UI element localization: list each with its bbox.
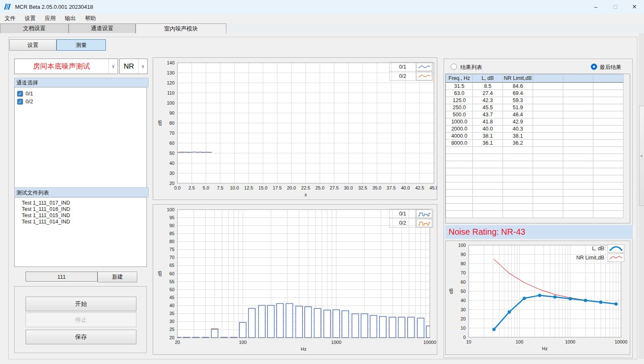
menu-item-3[interactable]: 应用 [40, 14, 60, 23]
file-list-item[interactable]: Test 1_111_015_IND [15, 213, 146, 219]
table-cell [563, 175, 593, 182]
svg-text:60: 60 [169, 271, 174, 276]
results-table[interactable]: Freq., HzL, dBNR Limit,dB 31.58.584.6 63… [446, 74, 623, 218]
table-cell [446, 175, 473, 182]
tab-strip: 文档设置通道设置室内噪声模块 [0, 23, 644, 33]
save-button[interactable]: 保存 [26, 330, 136, 344]
last-result-radio-label[interactable]: 最后结果 [600, 64, 621, 71]
table-cell: 59.3 [503, 97, 533, 104]
table-cell [446, 168, 473, 175]
table-cell [533, 126, 563, 133]
table-cell [593, 168, 623, 175]
table-cell [533, 82, 563, 90]
table-cell [533, 161, 563, 168]
subtab-settings[interactable]: 设置 [9, 39, 56, 51]
collapse-panel-button[interactable]: < [639, 106, 644, 206]
legend-label: 0/2 [389, 218, 416, 228]
svg-text:dB: dB [157, 120, 162, 126]
close-button[interactable]: ✕ [625, 0, 644, 13]
result-list-radio-label[interactable]: 结果列表 [460, 64, 482, 71]
menu-item-5[interactable]: 帮助 [80, 14, 100, 23]
table-cell [593, 118, 623, 126]
table-row [446, 154, 623, 161]
checkbox-icon[interactable]: ✓ [17, 99, 23, 105]
table-cell [533, 104, 563, 111]
window-title: MCR Beta 2.05.0.001 20230418 [15, 4, 93, 10]
maximize-button[interactable]: □ [606, 0, 625, 13]
table-cell [563, 197, 593, 204]
legend-row: L, dB [564, 244, 624, 253]
table-cell [563, 161, 593, 168]
table-cell [533, 133, 563, 140]
file-list[interactable]: Test 1_111_017_INDTest 1_111_016_INDTest… [14, 197, 147, 267]
results-header-row: Freq., HzL, dBNR Limit,dB [446, 74, 623, 83]
svg-text:100: 100 [239, 340, 246, 345]
table-cell [593, 182, 623, 190]
menu-item-1[interactable]: 文件 [0, 14, 20, 23]
legend-label: 0/1 [389, 62, 416, 72]
table-cell [446, 161, 473, 168]
svg-text:25: 25 [169, 327, 174, 332]
last-result-radio[interactable] [591, 64, 597, 70]
app-window: MCR Beta 2.05.0.001 20230418 – □ ✕ 文件设置应… [0, 0, 644, 364]
legend-row: 0/2 [389, 218, 433, 227]
test-type-combobox[interactable]: 房间本底噪声测试 ∨ [14, 59, 118, 74]
rating-type-combobox[interactable]: NR ∨ [119, 59, 148, 74]
table-cell: 4000.0 [446, 133, 473, 140]
bar-series-icon [416, 219, 432, 227]
table-cell: 8000.0 [446, 140, 473, 147]
table-cell [533, 118, 563, 126]
svg-text:100: 100 [516, 339, 523, 344]
legend-row: 0/1 [389, 209, 433, 218]
table-cell: 500.0 [446, 111, 473, 118]
svg-text:10: 10 [466, 339, 471, 344]
subtab-measure[interactable]: 测量 [56, 39, 106, 51]
svg-text:10: 10 [461, 326, 466, 331]
svg-text:100: 100 [458, 243, 466, 248]
svg-text:70: 70 [169, 131, 174, 136]
menu-item-2[interactable]: 设置 [20, 14, 40, 23]
table-cell [593, 133, 623, 140]
chevron-down-icon[interactable]: ∨ [108, 59, 118, 74]
file-list-item[interactable]: Test 1_111_017_IND [15, 200, 146, 206]
tab-3[interactable]: 室内噪声模块 [136, 23, 226, 33]
checkbox-icon[interactable]: ✓ [17, 91, 23, 97]
table-cell [446, 147, 473, 154]
channel-item-0/1[interactable]: ✓0/1 [15, 90, 146, 97]
file-list-item[interactable]: Test 1_111_016_IND [15, 206, 146, 213]
chevron-down-icon[interactable]: ∨ [138, 59, 147, 74]
table-cell [533, 90, 563, 97]
minimize-button[interactable]: – [586, 0, 606, 13]
svg-text:70: 70 [461, 270, 466, 275]
result-list-radio[interactable] [451, 64, 457, 70]
table-cell [533, 111, 563, 118]
start-button[interactable]: 开始 [26, 297, 136, 311]
svg-text:27.5: 27.5 [330, 185, 339, 190]
table-cell [563, 126, 593, 133]
svg-text:10000: 10000 [423, 340, 436, 345]
tab-2[interactable]: 通道设置 [69, 23, 136, 33]
table-cell [503, 204, 533, 211]
files-section-header: 测试文件列表 [14, 187, 149, 197]
legend-icon-cell [608, 244, 624, 253]
table-cell [473, 182, 503, 190]
menu-item-4[interactable]: 输出 [60, 14, 80, 23]
table-cell: 63.0 [446, 90, 473, 97]
channel-list[interactable]: ✓0/1✓0/2 [14, 87, 147, 190]
svg-text:55: 55 [169, 279, 174, 284]
table-cell [533, 204, 563, 211]
tab-1[interactable]: 文档设置 [0, 23, 69, 33]
results-table-box: Freq., HzL, dBNR Limit,dB 31.58.584.6 63… [445, 74, 630, 223]
stop-button: 停止 [26, 313, 136, 327]
svg-text:2.5: 2.5 [188, 185, 195, 190]
table-cell [533, 211, 563, 218]
new-file-button[interactable]: 新建 [97, 272, 137, 282]
channel-item-0/2[interactable]: ✓0/2 [15, 97, 146, 105]
file-name-input[interactable] [26, 272, 97, 282]
table-cell [563, 82, 593, 90]
nr-chart-legend: L, dB NR Limit,dB [564, 244, 624, 262]
file-list-item[interactable]: Test 1_111_014_IND [15, 219, 146, 225]
table-cell [473, 147, 503, 154]
table-cell [533, 175, 563, 182]
table-row: 8000.036.136.2 [446, 140, 623, 147]
